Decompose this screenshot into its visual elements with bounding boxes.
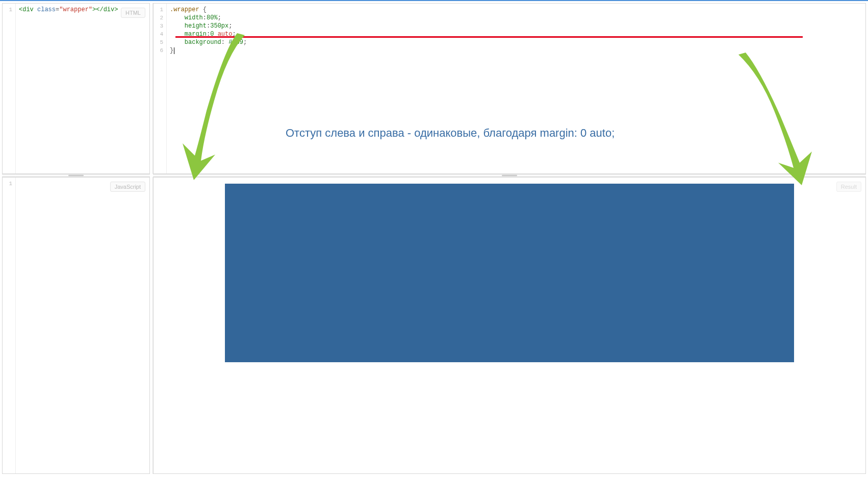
- js-gutter: 1: [3, 178, 16, 473]
- html-code-body[interactable]: <div class="wrapper"></div>: [16, 4, 149, 173]
- js-panel-label[interactable]: JavaScript: [110, 182, 145, 192]
- result-panel: Result: [153, 177, 866, 474]
- arrow-right-icon: [734, 49, 816, 187]
- html-close-tag: </div>: [96, 6, 118, 13]
- line-num: 6: [154, 46, 163, 55]
- html-gutter: 1: [3, 4, 16, 173]
- css-prop: width: [185, 14, 203, 21]
- js-code-body[interactable]: [16, 178, 149, 473]
- drag-handle-icon: [502, 175, 517, 177]
- line-num: 1: [154, 6, 163, 14]
- js-panel: 1 JavaScript: [2, 177, 150, 474]
- line-num: 1: [3, 6, 12, 14]
- line-num: 5: [154, 38, 163, 46]
- drag-handle-icon: [68, 175, 84, 177]
- annotation-underline: [175, 36, 803, 38]
- css-prop: height: [185, 22, 207, 30]
- html-open-tag: <div: [19, 6, 34, 13]
- line-num: 1: [3, 180, 12, 188]
- html-attr-value: "wrapper": [59, 6, 92, 13]
- line-num: 4: [154, 30, 163, 38]
- annotation-text: Отступ слева и справа - одинаковые, благ…: [286, 127, 615, 140]
- css-sel: .wrapper: [170, 6, 199, 13]
- html-attr: class: [37, 6, 56, 13]
- html-panel: 1 <div class="wrapper"></div> HTML: [2, 3, 150, 174]
- line-num: 3: [154, 22, 163, 30]
- text-cursor: [174, 47, 174, 54]
- html-panel-label[interactable]: HTML: [121, 8, 145, 18]
- result-panel-label[interactable]: Result: [836, 182, 861, 192]
- result-wrapper-box: [225, 184, 795, 362]
- result-body: [154, 178, 865, 473]
- line-num: 2: [154, 14, 163, 22]
- css-gutter: 1 2 3 4 5 6: [154, 4, 167, 173]
- arrow-left-icon: [178, 29, 250, 182]
